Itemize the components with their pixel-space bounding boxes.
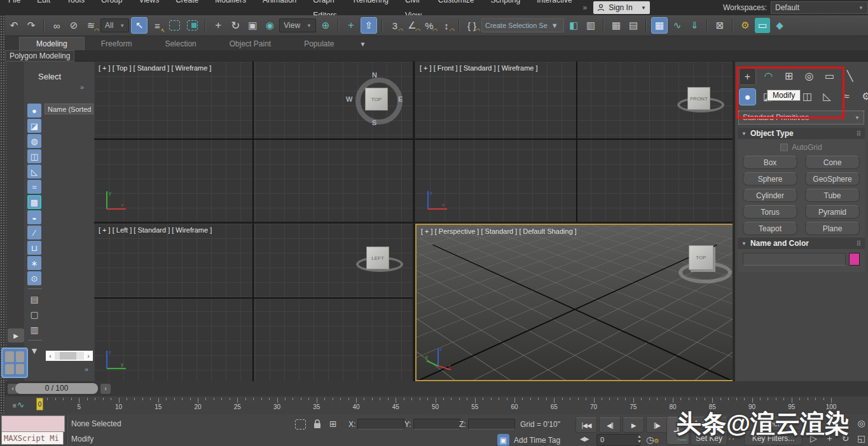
expand-chevron-icon[interactable]: » <box>85 365 87 373</box>
viewport-layout-icon[interactable] <box>1 348 28 378</box>
selection-region-icon[interactable] <box>295 419 306 429</box>
motion-tab-icon[interactable]: ◎ <box>801 68 817 84</box>
display-cameras-icon[interactable]: ◫ <box>27 149 41 163</box>
polygon-modeling-panel[interactable]: Polygon Modeling <box>5 50 74 62</box>
redo-icon[interactable]: ↷ <box>24 18 39 33</box>
select-and-manipulate-icon[interactable]: + <box>343 18 359 33</box>
time-configuration-icon[interactable]: ◷⚙ <box>646 435 659 445</box>
pyramid-button[interactable]: Pyramid <box>805 205 860 219</box>
display-combined-icon[interactable]: ▩ <box>27 195 41 209</box>
workspaces-dropdown[interactable]: Default ▼ <box>771 1 868 14</box>
named-selection-sets-field[interactable]: Create Selection Se▼ <box>481 18 564 32</box>
helpers-subtab-icon[interactable]: ◺ <box>819 88 835 104</box>
scrollbar-thumb[interactable] <box>60 352 76 360</box>
cylinder-button[interactable]: Cylinder <box>743 189 797 202</box>
zoom-extents-all-icon[interactable]: ◎ <box>854 416 868 430</box>
expand-panel-button[interactable]: ▶ <box>8 328 24 342</box>
drag-grip-icon[interactable]: ⠿ <box>857 130 861 137</box>
menu-overflow-chevron[interactable]: » <box>583 3 588 12</box>
bind-to-space-warp-icon[interactable]: ≋◠ <box>83 18 99 33</box>
display-groups-icon[interactable]: ∗ <box>27 256 41 270</box>
scrollbar-track[interactable] <box>55 352 84 360</box>
maxscript-mini-listener-pink[interactable] <box>1 416 65 432</box>
plane-button[interactable]: Plane <box>805 222 860 235</box>
viewcube[interactable]: TOP <box>365 88 388 111</box>
display-helpers-icon[interactable]: ◺ <box>27 165 41 179</box>
cone-button[interactable]: Cone <box>805 156 860 169</box>
expand-chevron-icon[interactable]: » <box>80 83 83 91</box>
display-space-warps-icon[interactable]: ≈ <box>27 180 41 194</box>
material-editor-icon[interactable]: ⊠ <box>712 18 727 33</box>
select-by-name-icon[interactable]: ≡↖ <box>149 18 165 33</box>
go-to-start-button[interactable]: |◀◀ <box>575 417 597 433</box>
toggle-layer-explorer-icon[interactable]: ▤ <box>626 18 641 33</box>
mini-curve-editor-icon[interactable]: ≡∿ <box>13 400 25 410</box>
toggle-ribbon-icon[interactable]: ▦ <box>651 17 668 34</box>
viewport-top[interactable]: [ + ] [ Top ] [ Standard ] [ Wireframe ]… <box>94 62 413 222</box>
viewcube[interactable]: LEFT <box>366 247 389 269</box>
render-setup-icon[interactable]: ⚙ <box>738 18 753 33</box>
systems-subtab-icon[interactable]: ⚙ <box>858 88 868 104</box>
percent-snap-icon[interactable]: %◠ <box>422 18 437 33</box>
maximize-viewport-icon[interactable]: ◱ <box>854 431 868 445</box>
rect-selection-region-icon[interactable] <box>169 20 180 30</box>
time-slider-thumb[interactable]: 0 / 100 <box>15 383 98 394</box>
panel-grip[interactable] <box>0 62 6 381</box>
modify-tab-icon[interactable]: ◠ <box>761 68 776 84</box>
tab-selection[interactable]: Selection <box>148 37 212 50</box>
cameras-subtab-icon[interactable]: ◫ <box>799 88 815 104</box>
scroll-left-icon[interactable]: ‹ <box>46 352 55 360</box>
frame-spinner[interactable]: ▲▼ <box>637 434 642 444</box>
undo-icon[interactable]: ↶ <box>6 18 22 33</box>
select-and-place-icon[interactable]: ◉ <box>262 18 277 33</box>
keyboard-shortcut-override-icon[interactable]: ⇧ <box>361 17 377 34</box>
toolbar-grip[interactable] <box>0 15 5 62</box>
tab-populate[interactable]: Populate <box>287 37 350 50</box>
space-warps-subtab-icon[interactable]: ≈ <box>839 88 855 104</box>
viewport-label[interactable]: [ + ] [ Perspective ] [ Standard ] [ Def… <box>421 227 577 235</box>
schematic-view-icon[interactable]: ⇓ <box>687 18 702 33</box>
play-button[interactable]: ▶ <box>623 417 644 433</box>
rollout-header[interactable]: ▼ Name and Color ⠿ <box>738 238 865 249</box>
autogrid-checkbox[interactable] <box>780 144 788 151</box>
selection-lock-icon[interactable] <box>313 419 322 429</box>
unlink-selection-icon[interactable]: ⊘ <box>66 18 81 33</box>
frame-forward-button[interactable]: › <box>100 384 111 394</box>
horizontal-scrollbar[interactable]: ‹ › <box>46 351 93 361</box>
object-name-field[interactable] <box>743 253 846 266</box>
viewcube[interactable]: TOP <box>689 245 713 270</box>
tab-object-paint[interactable]: Object Paint <box>213 37 287 50</box>
current-frame-field[interactable]: 0 <box>596 434 640 446</box>
display-xrefs-icon[interactable]: ◒ <box>27 210 41 224</box>
object-color-swatch[interactable] <box>849 253 860 266</box>
viewport-front[interactable]: [ + ] [ Front ] [ Standard ] [ Wireframe… <box>415 62 734 222</box>
display-filter-funnel-icon[interactable]: ▼ <box>27 344 41 358</box>
snap-toggle-3d-icon[interactable]: 3◠ <box>387 18 403 33</box>
z-coordinate-field[interactable] <box>468 419 515 429</box>
geosphere-button[interactable]: GeoSphere <box>805 172 860 186</box>
list-view-icon[interactable]: ▤ <box>27 292 41 306</box>
tube-button[interactable]: Tube <box>805 189 860 202</box>
blank-view-icon[interactable]: ▢ <box>27 307 41 321</box>
window-crossing-icon[interactable] <box>187 20 198 30</box>
category-dropdown[interactable]: Standard Primitives ▼ <box>739 111 864 124</box>
notes-view-icon[interactable]: ▥ <box>27 323 41 337</box>
viewport-label[interactable]: [ + ] [ Front ] [ Standard ] [ Wireframe… <box>420 64 538 72</box>
geometry-subtab-icon[interactable]: ● <box>739 88 756 105</box>
absolute-offset-mode-icon[interactable]: ⊞ <box>329 419 337 429</box>
angle-snap-icon[interactable]: ∠◠ <box>404 18 420 33</box>
display-shapes-icon[interactable]: ◪ <box>27 119 41 133</box>
mirror-icon[interactable]: ◧ <box>566 18 581 33</box>
viewport-perspective[interactable]: [ + ] [ Perspective ] [ Standard ] [ Def… <box>415 224 734 381</box>
select-and-move-icon[interactable]: + <box>210 18 226 33</box>
toggle-scene-explorer-icon[interactable]: ▦ <box>609 18 624 33</box>
select-and-scale-icon[interactable]: ▣ <box>245 18 260 33</box>
next-frame-button[interactable]: ||▶ <box>646 417 668 433</box>
x-coordinate-field[interactable] <box>357 419 404 429</box>
name-column-header[interactable]: Name (Sorted A <box>45 104 93 114</box>
panel-grip[interactable] <box>0 396 5 414</box>
torus-button[interactable]: Torus <box>743 205 797 219</box>
viewport-label[interactable]: [ + ] [ Left ] [ Standard ] [ Wireframe … <box>99 226 212 234</box>
current-frame-marker[interactable]: 0 <box>36 398 43 410</box>
sign-in-button[interactable]: Sign In ▼ <box>593 1 650 14</box>
